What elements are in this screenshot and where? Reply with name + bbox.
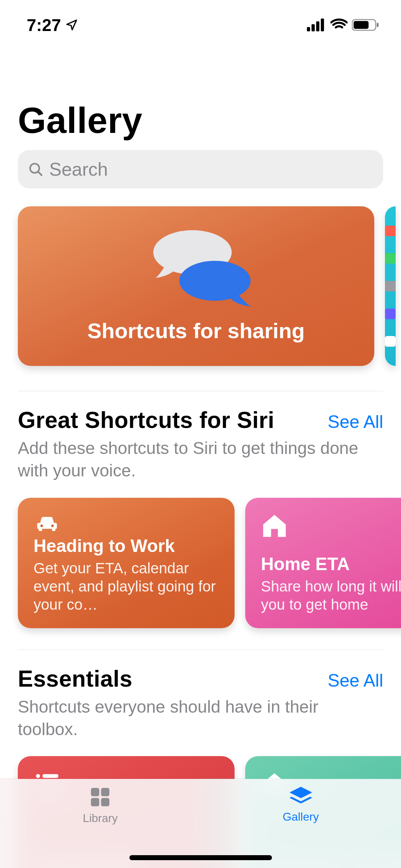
svg-rect-6 bbox=[377, 23, 379, 27]
svg-rect-0 bbox=[307, 27, 310, 31]
home-icon bbox=[261, 512, 288, 539]
featured-card-sharing[interactable]: Shortcuts for sharing bbox=[18, 206, 374, 366]
tile-heading-to-work[interactable]: Heading to Work Get your ETA, calendar e… bbox=[18, 498, 235, 628]
search-field[interactable] bbox=[18, 150, 383, 188]
svg-rect-2 bbox=[316, 21, 319, 31]
wifi-icon bbox=[330, 19, 348, 31]
svg-rect-23 bbox=[91, 798, 99, 806]
svg-point-11 bbox=[40, 525, 43, 527]
featured-carousel[interactable]: Shortcuts for sharing bbox=[0, 206, 401, 370]
svg-rect-3 bbox=[321, 19, 324, 31]
grid-icon bbox=[89, 786, 111, 808]
section-siri: Great Shortcuts for Siri See All Add the… bbox=[0, 391, 401, 482]
svg-rect-18 bbox=[42, 774, 58, 778]
tab-bar: Library Gallery bbox=[0, 779, 401, 868]
svg-point-12 bbox=[51, 525, 54, 527]
see-all-link[interactable]: See All bbox=[328, 670, 383, 691]
tiles-row-siri[interactable]: Heading to Work Get your ETA, calendar e… bbox=[0, 498, 401, 628]
svg-line-8 bbox=[38, 172, 41, 175]
car-icon bbox=[34, 512, 61, 536]
section-essentials: Essentials See All Shortcuts everyone sh… bbox=[0, 650, 401, 741]
tab-label: Library bbox=[83, 812, 118, 825]
section-title: Essentials bbox=[18, 666, 133, 692]
featured-card-title: Shortcuts for sharing bbox=[18, 319, 374, 343]
section-subtitle: Add these shortcuts to Siri to get thing… bbox=[18, 437, 383, 482]
section-title: Great Shortcuts for Siri bbox=[18, 407, 274, 433]
svg-rect-14 bbox=[52, 528, 56, 531]
svg-rect-5 bbox=[354, 21, 369, 29]
see-all-link[interactable]: See All bbox=[328, 412, 383, 432]
svg-rect-21 bbox=[91, 788, 99, 796]
cellular-signal-icon bbox=[307, 19, 326, 31]
svg-rect-1 bbox=[312, 24, 315, 31]
page-title: Gallery bbox=[0, 50, 401, 150]
status-bar: 7:27 bbox=[0, 0, 401, 50]
speech-bubbles-icon bbox=[139, 229, 253, 311]
tile-home-eta[interactable]: Home ETA Share how long it will ta you t… bbox=[245, 498, 401, 628]
tile-title: Home ETA bbox=[261, 554, 401, 574]
tile-desc: Share how long it will ta you to get hom… bbox=[261, 577, 401, 614]
featured-card-peek[interactable] bbox=[385, 206, 396, 366]
svg-point-10 bbox=[179, 261, 251, 301]
tile-desc: Get your ETA, calendar event, and playli… bbox=[34, 559, 219, 614]
svg-rect-24 bbox=[101, 798, 109, 806]
svg-rect-13 bbox=[39, 528, 42, 531]
home-indicator[interactable] bbox=[129, 855, 272, 860]
svg-point-15 bbox=[36, 774, 40, 778]
section-subtitle: Shortcuts everyone should have in their … bbox=[18, 696, 383, 741]
location-services-icon bbox=[65, 19, 78, 31]
search-icon bbox=[28, 161, 43, 177]
search-input[interactable] bbox=[49, 159, 373, 180]
svg-rect-22 bbox=[101, 788, 109, 796]
tab-label: Gallery bbox=[283, 810, 319, 823]
layers-icon bbox=[288, 786, 314, 807]
status-time: 7:27 bbox=[27, 15, 61, 35]
tile-title: Heading to Work bbox=[34, 536, 219, 556]
battery-icon bbox=[352, 19, 380, 31]
